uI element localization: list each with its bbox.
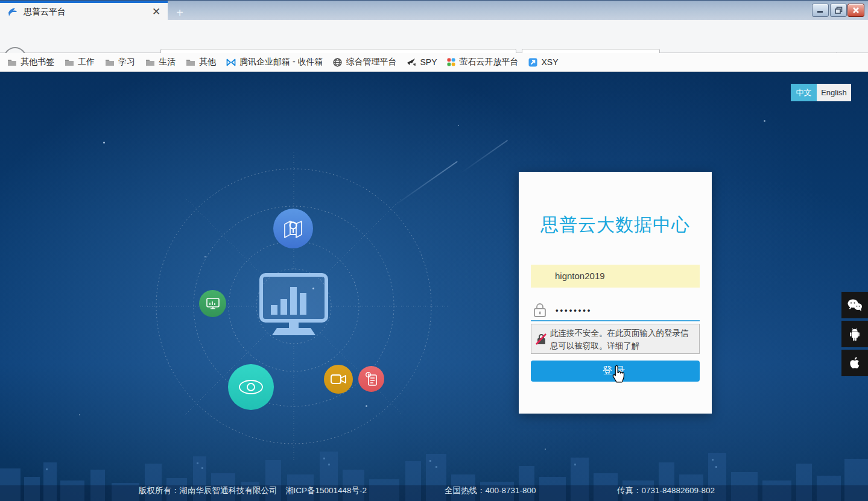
login-page: 中文 English <box>0 72 868 501</box>
bookmark-tencent-exmail[interactable]: 腾讯企业邮箱 - 收件箱 <box>226 57 323 68</box>
window-minimize-button[interactable] <box>812 4 829 17</box>
folder-icon <box>145 58 155 66</box>
bookmark-ezviz-platform[interactable]: 萤石云开放平台 <box>447 57 518 68</box>
monitor-chart-icon <box>205 297 221 311</box>
language-option-english[interactable]: English <box>817 84 851 101</box>
iot-radial-diagram <box>113 131 475 481</box>
language-toggle: 中文 English <box>791 84 851 101</box>
wechat-icon <box>847 298 863 312</box>
data-center-monitor-icon <box>261 275 326 335</box>
star-dot <box>764 120 765 122</box>
diagram-node-monitor <box>199 290 226 317</box>
window-close-button[interactable] <box>847 4 864 17</box>
apple-icon <box>848 355 861 371</box>
city-skyline <box>0 446 868 501</box>
star-dot <box>458 125 459 126</box>
android-icon <box>847 326 862 342</box>
close-icon <box>852 7 860 14</box>
diagram-node-map <box>273 209 313 248</box>
folder-icon <box>7 58 17 66</box>
bookmarks-toolbar: 其他书签 工作 学习 生活 其他 腾讯企业邮箱 - 收件箱 综合管理平台 SPY <box>0 53 868 72</box>
globe-icon <box>333 58 342 67</box>
map-pin-icon <box>282 218 304 239</box>
diagram-node-report <box>358 366 384 392</box>
android-app-button[interactable] <box>841 321 868 347</box>
diagram-node-eye <box>228 364 274 410</box>
wechat-share-button[interactable] <box>841 292 868 318</box>
login-card: 思普云大数据中心 hignton2019 •••••••• 此连接不安全。在此页… <box>519 172 712 414</box>
titlebar: 思普云平台 ✕ + <box>0 0 868 20</box>
bookmark-folder-study[interactable]: 学习 <box>105 57 135 68</box>
hand-cursor <box>610 365 627 385</box>
folder-icon <box>186 58 195 66</box>
insecure-login-warning: 此连接不安全。在此页面输入的登录信息可以被窃取。详细了解 <box>531 324 700 354</box>
password-mask-dots: •••••••• <box>556 306 592 315</box>
broken-lock-icon <box>536 333 547 345</box>
tab-close-icon[interactable]: ✕ <box>150 5 163 19</box>
window-restore-button[interactable] <box>830 4 847 17</box>
star-dot <box>103 142 105 143</box>
password-lock-icon <box>532 301 548 318</box>
footer-hotline: 全国热线：400-8731-800 <box>445 485 536 496</box>
navigation-toolbar: iot.idosp.net/idosp/login.html 80% ••• <box>0 20 868 53</box>
diagram-node-video <box>324 365 353 394</box>
warning-learn-more-link[interactable]: 详细了解 <box>607 341 640 350</box>
tab-title: 思普云平台 <box>24 7 150 17</box>
restore-icon <box>835 7 843 14</box>
bookmark-xsy[interactable]: XSY <box>528 57 558 67</box>
footer-copyright: 版权所有：湖南华辰智通科技有限公司 湘ICP备15001448号-2 <box>139 485 367 496</box>
password-input[interactable]: •••••••• <box>531 300 700 321</box>
report-doc-icon <box>364 371 379 387</box>
spy-icon <box>407 58 416 66</box>
login-title: 思普云大数据中心 <box>519 213 712 238</box>
language-option-chinese[interactable]: 中文 <box>791 84 817 101</box>
bookmark-folder-misc[interactable]: 其他 <box>186 57 216 68</box>
tencent-exmail-icon <box>226 58 236 66</box>
site-favicon <box>7 7 18 17</box>
ios-app-button[interactable] <box>841 350 868 376</box>
star-dot <box>79 414 80 415</box>
xsy-icon <box>528 58 537 67</box>
eye-icon <box>238 379 264 395</box>
bookmark-spy[interactable]: SPY <box>407 57 437 67</box>
ezviz-icon <box>447 58 455 66</box>
bookmark-folder-other-bookmarks[interactable]: 其他书签 <box>7 57 54 68</box>
folder-icon <box>65 58 74 66</box>
username-input[interactable]: hignton2019 <box>531 265 700 288</box>
browser-tab[interactable]: 思普云平台 ✕ <box>0 1 168 20</box>
bookmark-folder-life[interactable]: 生活 <box>145 57 176 68</box>
folder-icon <box>105 58 115 66</box>
footer-fax: 传真：0731-84882609-802 <box>617 485 715 496</box>
minimize-icon <box>817 7 824 13</box>
video-camera-icon <box>330 373 347 385</box>
new-tab-button[interactable]: + <box>171 5 189 20</box>
bookmark-management-platform[interactable]: 综合管理平台 <box>333 57 396 68</box>
bookmark-folder-work[interactable]: 工作 <box>65 57 95 68</box>
